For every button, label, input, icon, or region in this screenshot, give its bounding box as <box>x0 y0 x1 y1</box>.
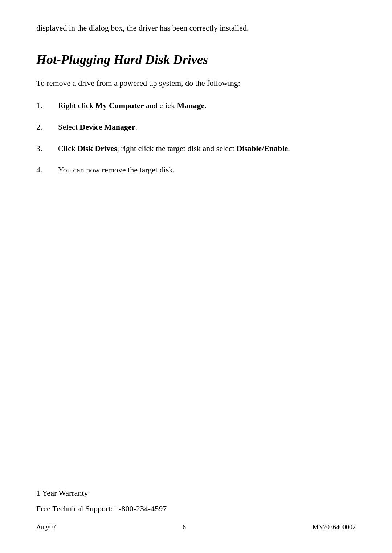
step-content-1: Right click My Computer and click Manage… <box>58 99 356 112</box>
step-number-1: 1. <box>36 99 58 112</box>
list-item: 3. Click Disk Drives, right click the ta… <box>36 142 356 155</box>
bold-disk-drives: Disk Drives <box>77 144 117 153</box>
intro-text: displayed in the dialog box, the driver … <box>36 22 356 34</box>
step-content-4: You can now remove the target disk. <box>58 163 356 176</box>
bold-my-computer: My Computer <box>95 101 144 110</box>
step-number-4: 4. <box>36 163 58 176</box>
step-number-3: 3. <box>36 142 58 155</box>
footer: 1 Year Warranty Free Technical Support: … <box>36 487 356 531</box>
section-title: Hot-Plugging Hard Disk Drives <box>36 51 356 68</box>
footer-date: Aug/07 <box>36 524 56 531</box>
footer-part-number: MN7036400002 <box>313 524 356 531</box>
intro-para: To remove a drive from a powered up syst… <box>36 77 356 89</box>
warranty-text: 1 Year Warranty <box>36 487 356 499</box>
step-number-2: 2. <box>36 121 58 133</box>
page: displayed in the dialog box, the driver … <box>0 0 392 553</box>
list-item: 1. Right click My Computer and click Man… <box>36 99 356 112</box>
step-content-2: Select Device Manager. <box>58 121 356 133</box>
bold-disable-enable: Disable/Enable <box>236 144 288 153</box>
support-text: Free Technical Support: 1-800-234-4597 <box>36 502 356 515</box>
footer-bar: Aug/07 6 MN7036400002 <box>36 524 356 531</box>
footer-page-number: 6 <box>183 524 186 531</box>
steps-list: 1. Right click My Computer and click Man… <box>36 99 356 176</box>
step-content-3: Click Disk Drives, right click the targe… <box>58 142 356 155</box>
list-item: 4. You can now remove the target disk. <box>36 163 356 176</box>
list-item: 2. Select Device Manager. <box>36 121 356 133</box>
bold-manage: Manage <box>177 101 205 110</box>
bold-device-manager: Device Manager <box>79 122 135 131</box>
